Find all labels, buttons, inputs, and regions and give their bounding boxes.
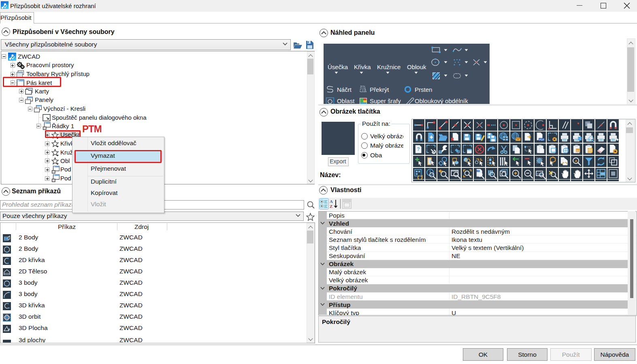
svg-text:?: ?	[417, 146, 420, 152]
svg-text:Z: Z	[330, 204, 332, 209]
svg-text:A: A	[575, 159, 577, 163]
svg-text:3:2: 3:2	[576, 149, 580, 152]
svg-text:100: 100	[477, 170, 480, 172]
svg-text:A: A	[330, 199, 333, 204]
svg-text:PDF: PDF	[539, 138, 544, 141]
